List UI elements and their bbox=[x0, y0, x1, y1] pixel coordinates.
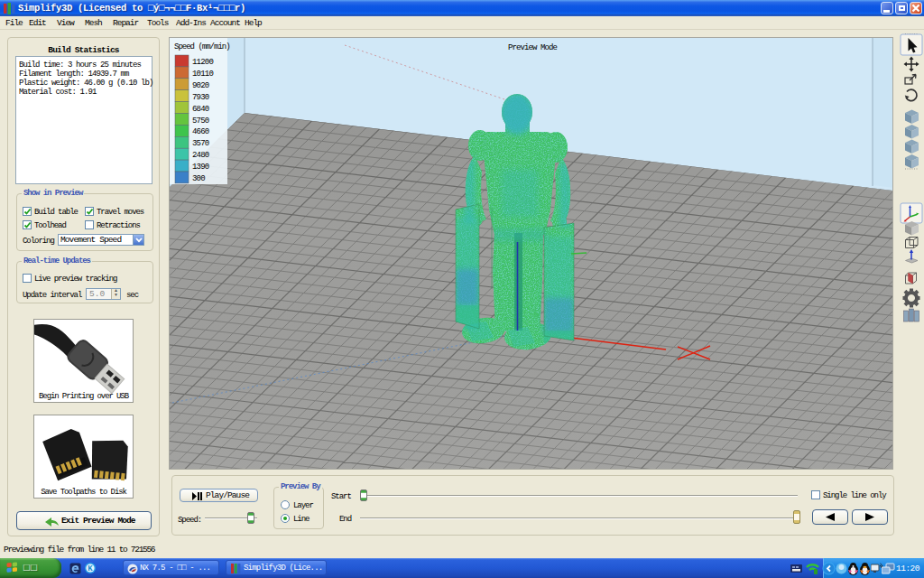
svg-text:2480: 2480 bbox=[192, 151, 209, 160]
svg-text:5750: 5750 bbox=[192, 117, 209, 126]
svg-text:7930: 7930 bbox=[192, 93, 209, 102]
svg-text:6840: 6840 bbox=[192, 105, 209, 114]
svg-text:1390: 1390 bbox=[192, 163, 209, 172]
svg-text:10110: 10110 bbox=[192, 70, 213, 79]
svg-text:4660: 4660 bbox=[192, 127, 209, 136]
svg-text:Speed (mm/min): Speed (mm/min) bbox=[174, 42, 230, 51]
svg-text:K: K bbox=[88, 564, 93, 573]
svg-text:9020: 9020 bbox=[192, 81, 209, 90]
svg-text:Preview Mode: Preview Mode bbox=[508, 43, 558, 52]
svg-text:3570: 3570 bbox=[192, 139, 209, 148]
svg-text:300: 300 bbox=[192, 174, 205, 183]
svg-text:11200: 11200 bbox=[192, 58, 213, 67]
